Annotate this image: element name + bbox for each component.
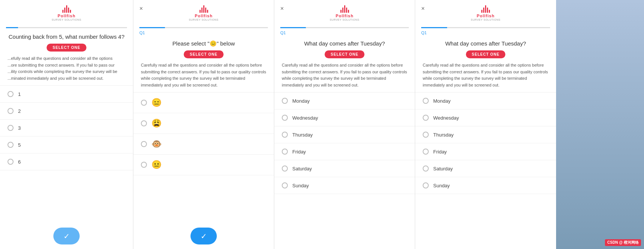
day-option-item[interactable]: Monday <box>415 93 556 109</box>
day-radio-3[interactable] <box>282 132 288 138</box>
day-option-item[interactable]: Sunday <box>274 177 415 194</box>
progress-bar-2 <box>139 27 268 28</box>
bottom-btn-area-1: ✓ <box>0 223 133 249</box>
radio-2[interactable] <box>8 108 14 114</box>
select-one-btn-4[interactable]: SELECT ONE <box>466 50 506 58</box>
day-option-item[interactable]: Thursday <box>274 126 415 143</box>
question-text-1: Counting back from 5, what number follow… <box>1 28 132 44</box>
logo-1: Pollfish SURVEY SOLUTIONS <box>52 5 82 21</box>
day-label-sunday: Sunday <box>292 183 309 188</box>
day-option-item[interactable]: Sunday <box>415 177 556 194</box>
emoji-radio-4[interactable] <box>141 162 147 168</box>
logo-bars-4 <box>481 5 490 13</box>
day-radio-4-2[interactable] <box>423 115 429 121</box>
close-btn-2[interactable]: × <box>139 5 143 12</box>
panel-3: × Pollfish SURVEY SOLUTIONS Q1 What day … <box>274 0 415 249</box>
radio-3[interactable] <box>8 125 14 131</box>
select-one-btn-1[interactable]: SELECT ONE <box>47 44 86 52</box>
radio-1[interactable] <box>8 91 14 97</box>
logo-bars-3 <box>340 5 349 13</box>
day-radio-1[interactable] <box>282 98 288 104</box>
option-item[interactable]: 2 <box>0 103 133 120</box>
q-label-2: Q1 <box>133 28 151 35</box>
close-btn-3[interactable]: × <box>280 5 284 12</box>
option-label: 6 <box>18 159 21 165</box>
instruction-1: ...efully read all the questions and con… <box>0 55 133 85</box>
select-one-btn-2[interactable]: SELECT ONE <box>184 50 224 58</box>
day-option-item[interactable]: Saturday <box>274 160 415 177</box>
check-icon-1: ✓ <box>63 232 70 241</box>
instruction-4: Carefully read all the questions and con… <box>415 62 556 92</box>
question-text-4: What day comes after Tuesday? <box>438 35 534 50</box>
day-label-saturday: Saturday <box>292 166 312 172</box>
panel-1: Pollfish SURVEY SOLUTIONS Counting back … <box>0 0 133 249</box>
day-option-item[interactable]: Thursday <box>415 126 556 143</box>
panel-4-header: × Pollfish SURVEY SOLUTIONS <box>415 0 556 28</box>
day-option-item[interactable]: Saturday <box>415 160 556 177</box>
day-radio-4-3[interactable] <box>423 132 429 138</box>
day-radio-4-5[interactable] <box>423 165 429 172</box>
emoji-radio-2[interactable] <box>141 120 147 126</box>
close-btn-4[interactable]: × <box>421 5 425 12</box>
logo-tagline-2: SURVEY SOLUTIONS <box>189 18 219 21</box>
day-radio-4-4[interactable] <box>423 149 429 155</box>
select-one-btn-3[interactable]: SELECT ONE <box>325 50 364 58</box>
day-label-wednesday: Wednesday <box>292 115 318 121</box>
logo-text-3: Pollfish <box>336 14 354 18</box>
emoji-label-1: 😑 <box>151 98 162 108</box>
day-label-4-saturday: Saturday <box>433 166 453 172</box>
emoji-option-item[interactable]: 😐 <box>133 155 274 175</box>
radio-5[interactable] <box>8 159 14 165</box>
day-option-item[interactable]: Wednesday <box>274 109 415 126</box>
option-label: 5 <box>18 142 21 148</box>
check-icon-2: ✓ <box>201 232 207 241</box>
logo-bars-1 <box>62 5 71 13</box>
day-label-4-thursday: Thursday <box>433 132 454 138</box>
next-btn-1[interactable]: ✓ <box>53 228 80 244</box>
panel-2: × Pollfish SURVEY SOLUTIONS Q1 Please se… <box>133 0 274 249</box>
bottom-btn-area-2: ✓ <box>133 223 274 249</box>
emoji-radio-1[interactable] <box>141 100 147 106</box>
day-option-item[interactable]: Friday <box>415 143 556 160</box>
day-radio-6[interactable] <box>282 182 288 188</box>
option-item[interactable]: 6 <box>0 153 133 170</box>
question-text-3: What day comes after Tuesday? <box>296 35 392 50</box>
instruction-3: Carefully read all the questions and con… <box>274 62 415 92</box>
day-radio-4-1[interactable] <box>423 98 429 104</box>
panel-4: × Pollfish SURVEY SOLUTIONS Q1 What day … <box>415 0 556 249</box>
emoji-label-3: 🐵 <box>151 139 162 149</box>
day-label-monday: Monday <box>292 98 310 104</box>
emoji-label-2: 😩 <box>151 118 162 128</box>
day-label-4-friday: Friday <box>433 149 447 155</box>
q-label-3: Q1 <box>274 28 292 35</box>
logo-4: Pollfish SURVEY SOLUTIONS <box>471 5 500 21</box>
option-label: 3 <box>18 125 21 131</box>
radio-4[interactable] <box>8 142 14 148</box>
emoji-option-item[interactable]: 😑 <box>133 93 274 113</box>
q-label-4: Q1 <box>415 28 433 35</box>
emoji-option-item[interactable]: 😩 <box>133 113 274 134</box>
day-radio-5[interactable] <box>282 165 288 172</box>
day-label-4-monday: Monday <box>433 98 450 104</box>
next-btn-2[interactable]: ✓ <box>190 228 217 244</box>
day-option-item[interactable]: Wednesday <box>415 109 556 126</box>
day-option-item[interactable]: Monday <box>274 93 415 109</box>
option-item[interactable]: 5 <box>0 137 133 153</box>
emoji-radio-3[interactable] <box>141 141 147 147</box>
logo-tagline-3: SURVEY SOLUTIONS <box>330 18 360 21</box>
question-text-2: Please select "😑" below <box>165 35 242 50</box>
option-item[interactable]: 3 <box>0 120 133 137</box>
day-label-friday: Friday <box>292 149 306 155</box>
logo-tagline-1: SURVEY SOLUTIONS <box>52 18 82 21</box>
options-list-4: Monday Wednesday Thursday Friday Saturda… <box>415 93 556 249</box>
day-label-thursday: Thursday <box>292 132 313 138</box>
day-label-4-sunday: Sunday <box>433 183 450 188</box>
option-item[interactable]: 1 <box>0 86 133 103</box>
option-label: 1 <box>18 91 21 97</box>
day-option-item[interactable]: Friday <box>274 143 415 160</box>
background-area <box>556 0 644 249</box>
day-radio-4-6[interactable] <box>423 182 429 188</box>
emoji-option-item[interactable]: 🐵 <box>133 134 274 155</box>
day-radio-2[interactable] <box>282 115 288 121</box>
day-radio-4[interactable] <box>282 149 288 155</box>
